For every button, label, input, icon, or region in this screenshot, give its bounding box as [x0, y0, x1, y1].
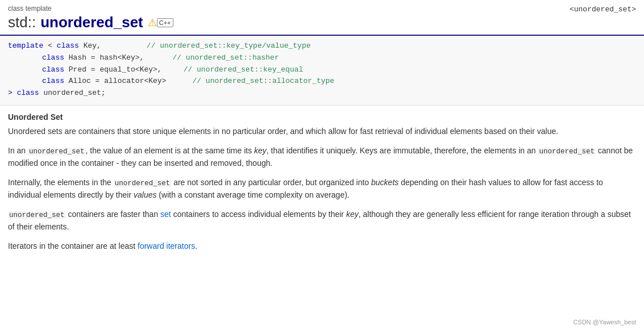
para4-part2: containers are faster than: [66, 210, 161, 219]
code-key: Key,: [79, 40, 101, 52]
code-unordered-set-decl: unordered_set;: [39, 87, 106, 99]
title-row: std::unordered_set ⚠ C++: [8, 14, 636, 31]
paragraph-3: Internally, the elements in the unordere…: [8, 177, 636, 202]
para4-part3: containers to access individual elements…: [171, 210, 346, 219]
para3-inline1: unordered_set: [114, 179, 172, 187]
para3-part4: (with a constant average time complexity…: [156, 190, 349, 199]
top-right-ref: <unordered_set>: [570, 5, 636, 14]
code-alloc: Alloc = allocator<Key>: [64, 76, 166, 87]
watermark: CSDN @Yawesh_best: [573, 319, 636, 325]
std-prefix: std::: [8, 14, 36, 31]
para5-part1: Iterators in the container are at least: [8, 241, 138, 250]
para2-part3: , that identifies it uniquely. Keys are …: [267, 146, 538, 155]
para3-part2: are not sorted in any particular order, …: [171, 178, 371, 187]
para2-part1: In an: [8, 146, 28, 155]
para4-link1[interactable]: set: [160, 210, 171, 219]
code-kw-class1: class: [57, 40, 79, 52]
para5-link1[interactable]: forward iterators: [138, 241, 195, 250]
code-comment-4: // unordered_set::allocator_type: [192, 76, 334, 87]
para4-inline1: unordered_set: [8, 211, 66, 219]
para2-part2: , the value of an element is at the same…: [86, 146, 254, 155]
code-kw-class3: class: [42, 64, 64, 76]
top-right-ref-text: <unordered_set>: [570, 5, 636, 14]
code-hash: Hash = hash<Key>,: [64, 52, 144, 64]
code-kw-class4: class: [42, 76, 64, 87]
paragraph-1: Unordered sets are containers that store…: [8, 126, 636, 138]
code-kw-template: template: [8, 40, 43, 52]
code-bracket: <: [43, 40, 56, 52]
code-line-5: > class unordered_set;: [8, 87, 636, 99]
code-close-bracket: >: [8, 87, 13, 99]
para2-inline1: unordered_set: [28, 148, 86, 156]
section-title: Unordered Set: [8, 111, 636, 123]
content-section: Unordered Set Unordered sets are contain…: [0, 106, 644, 258]
code-class-decl: [13, 87, 17, 99]
code-line-1: template < class Key, // unordered_set::…: [8, 40, 636, 52]
code-line-4: class Alloc = allocator<Key> // unordere…: [42, 76, 636, 87]
warning-triangle: ⚠: [148, 16, 157, 29]
header-section: class template std::unordered_set ⚠ C++ …: [0, 0, 644, 35]
code-comment-1: // unordered_set::key_type/value_type: [147, 40, 311, 52]
para4-italic1: key: [346, 210, 359, 219]
code-block: template < class Key, // unordered_set::…: [0, 36, 644, 106]
para5-part2: .: [195, 241, 197, 250]
paragraph-5: Iterators in the container are at least …: [8, 240, 636, 253]
para1-text: Unordered sets are containers that store…: [8, 127, 558, 136]
code-pred: Pred = equal_to<Key>,: [64, 64, 162, 76]
para3-italic1: buckets: [371, 178, 398, 187]
code-comment-2: // unordered_set::hasher: [172, 52, 279, 64]
paragraph-4: unordered_set containers are faster than…: [8, 208, 636, 233]
code-comment-3: // unordered_set::key_equal: [184, 64, 304, 76]
code-line-3: class Pred = equal_to<Key>, // unordered…: [42, 64, 636, 76]
page-container: class template std::unordered_set ⚠ C++ …: [0, 0, 644, 330]
code-kw-class5: class: [17, 87, 39, 99]
code-line-2: class Hash = hash<Key>, // unordered_set…: [42, 52, 636, 64]
cpp-badge: C++: [157, 18, 173, 27]
para2-inline2: unordered_set: [538, 148, 596, 156]
para3-italic2: values: [134, 190, 156, 199]
paragraph-2: In an unordered_set, the value of an ele…: [8, 145, 636, 170]
class-label: class template: [8, 5, 636, 12]
warning-icon: ⚠ C++: [148, 16, 173, 29]
code-kw-class2: class: [42, 52, 64, 64]
para3-part1: Internally, the elements in the: [8, 178, 114, 187]
para2-italic1: key: [254, 146, 267, 155]
class-name-title: unordered_set: [40, 14, 143, 31]
